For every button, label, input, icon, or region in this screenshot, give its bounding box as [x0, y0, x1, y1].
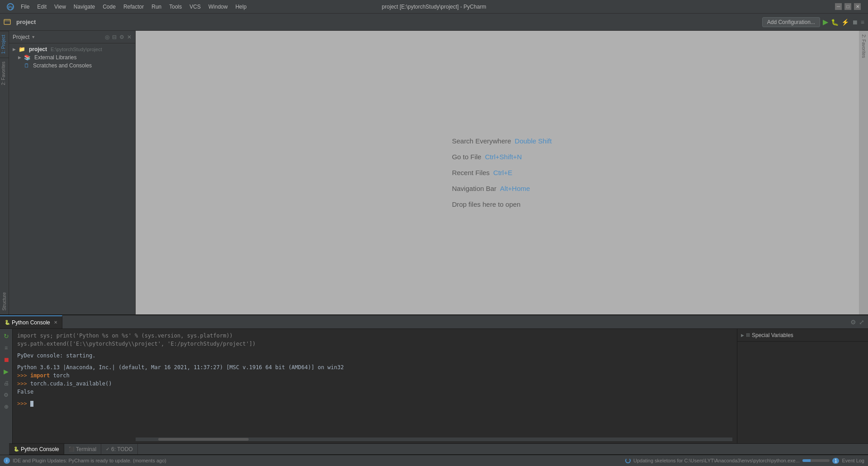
bottom-terminal-icon: ⬛ — [69, 447, 74, 452]
run-button[interactable]: ▶ — [823, 18, 828, 26]
hint-gotofile-text: Go to File — [452, 153, 481, 161]
tree-path-label: E:\pytorchStudy\project — [51, 47, 102, 52]
bottom-todo-label: 6: TODO — [111, 446, 133, 452]
console-settings-icon[interactable]: ⚙ — [850, 319, 856, 326]
project-dropdown-icon: ▼ — [31, 35, 35, 39]
menu-code[interactable]: Code — [99, 2, 119, 11]
console-line-3 — [17, 348, 732, 352]
minimize-button[interactable]: ─ — [835, 3, 842, 10]
tree-item-project[interactable]: ▶ 📁 project E:\pytorchStudy\project — [9, 45, 135, 53]
hint-recentfiles-text: Recent Files — [452, 169, 490, 176]
console-tab-label: Python Console — [12, 319, 50, 326]
menu-run[interactable]: Run — [148, 2, 165, 11]
console-tab-python[interactable]: 🐍 Python Console ✕ — [0, 315, 62, 328]
maximize-button[interactable]: □ — [844, 3, 851, 10]
hint-navbar-shortcut: Alt+Home — [500, 185, 530, 192]
menu-refactor[interactable]: Refactor — [120, 2, 147, 11]
panel-settings-button[interactable]: ⚙ — [119, 34, 124, 40]
editor-hints: Search Everywhere Double Shift Go to Fil… — [452, 137, 552, 208]
close-button[interactable]: ✕ — [854, 3, 861, 10]
tree-label-project: project — [29, 46, 47, 52]
menu-tools[interactable]: Tools — [165, 2, 185, 11]
bottom-terminal-label: Terminal — [76, 446, 96, 452]
console-line-pydev: PyDev console: starting. — [17, 352, 732, 360]
menu-help[interactable]: Help — [232, 2, 250, 11]
hint-dropfiles-text: Drop files here to open — [452, 200, 521, 208]
project-panel-title[interactable]: Project ▼ — [13, 34, 35, 40]
bottom-python-icon: 🐍 — [14, 447, 19, 452]
console-line-1: import sys; print('Python %s on %s' % (s… — [17, 332, 732, 340]
project-title-label: Project — [13, 34, 29, 40]
menu-file[interactable]: File — [17, 2, 33, 11]
console-line-2: sys.path.extend(['E:\\pytorchStudy\\proj… — [17, 340, 732, 348]
folder-icon: 📁 — [19, 46, 25, 52]
console-print-button[interactable]: 🖨 — [2, 379, 11, 388]
stop-button[interactable]: ⏹ — [852, 19, 858, 26]
bottom-todo-icon: ✓ — [106, 447, 109, 452]
status-update-icon: i — [4, 457, 10, 464]
left-tab-structure[interactable]: Structure — [0, 89, 9, 315]
menu-navigate[interactable]: Navigate — [70, 2, 99, 11]
console-list-button[interactable]: ≡ — [2, 343, 11, 352]
debug-button[interactable]: 🐛 — [831, 19, 839, 26]
console-line-blank — [17, 360, 732, 363]
project-icon — [4, 18, 12, 26]
event-log-label[interactable]: Event Log — [842, 458, 864, 463]
special-vars-header[interactable]: ▶ ⊞ Special Variables — [737, 329, 868, 342]
tree-label-scratches: Scratches and Consoles — [33, 62, 92, 69]
panel-collapse-button[interactable]: ⊟ — [112, 34, 117, 40]
sv-expand-icon: ▶ — [741, 333, 744, 338]
coverage-button[interactable]: ⚡ — [841, 19, 849, 26]
menu-window[interactable]: Window — [205, 2, 231, 11]
console-line-import: >>> import torch — [17, 371, 732, 380]
panel-locate-button[interactable]: ◎ — [105, 34, 109, 40]
console-expand-icon[interactable]: ⤢ — [859, 319, 864, 326]
console-settings2-button[interactable]: ⚙ — [2, 390, 11, 399]
left-tab-project[interactable]: 1: Project — [0, 31, 9, 57]
console-line-blank2 — [17, 396, 732, 399]
bottom-tab-python-console[interactable]: 🐍 Python Console — [9, 444, 64, 454]
tree-label-ext-libs: External Libraries — [34, 54, 76, 61]
console-tab-close[interactable]: ✕ — [54, 320, 57, 325]
more-actions-button[interactable]: ≡ — [861, 19, 864, 26]
bottom-tab-terminal[interactable]: ⬛ Terminal — [64, 444, 101, 454]
hint-recentfiles-shortcut: Ctrl+E — [493, 169, 512, 176]
app-icon: Py — [6, 3, 14, 11]
project-name-label: project — [16, 19, 36, 25]
console-line-python-info: Python 3.6.13 |Anaconda, Inc.| (default,… — [17, 363, 732, 371]
bottom-tab-todo[interactable]: ✓ 6: TODO — [101, 444, 138, 454]
left-tab-favorites[interactable]: 2: Favorites — [0, 57, 9, 89]
tree-item-scratches[interactable]: ▶ 🗒 Scratches and Consoles — [9, 62, 135, 70]
tree-expand-project: ▶ — [13, 47, 16, 52]
menu-vcs[interactable]: VCS — [186, 2, 204, 11]
sv-label: Special Variables — [752, 332, 793, 338]
python-console-icon: 🐍 — [5, 320, 10, 325]
progress-bar — [802, 459, 830, 462]
svg-rect-3 — [4, 19, 10, 24]
right-tab-favorites[interactable]: 2: Favorites — [860, 31, 867, 62]
console-line-false: False — [17, 388, 732, 396]
menu-view[interactable]: View — [51, 2, 70, 11]
hint-search-shortcut: Double Shift — [515, 137, 552, 145]
console-more-button[interactable]: ⊕ — [2, 402, 11, 411]
sv-grid-icon: ⊞ — [746, 332, 750, 338]
svg-text:Py: Py — [8, 5, 13, 10]
console-prompt[interactable]: >>> — [17, 399, 732, 408]
console-reload-button[interactable]: ↻ — [2, 332, 11, 341]
panel-close-button[interactable]: ✕ — [127, 34, 132, 40]
event-log-badge: 1 — [832, 458, 840, 464]
add-configuration-button[interactable]: Add Configuration... — [762, 17, 820, 27]
console-run-button[interactable]: ▶ — [2, 367, 11, 376]
tree-item-ext-libs[interactable]: ▶ 📚 External Libraries — [9, 53, 135, 62]
hint-gotofile-shortcut: Ctrl+Shift+N — [485, 153, 522, 161]
loading-spinner — [625, 458, 631, 463]
window-title: project [E:\pytorchStudy\project] - PyCh… — [382, 4, 486, 10]
bottom-python-label: Python Console — [21, 446, 59, 452]
hint-search-text: Search Everywhere — [452, 137, 511, 145]
status-left-text: IDE and Plugin Updates: PyCharm is ready… — [13, 458, 166, 463]
scratches-icon: 🗒 — [24, 62, 29, 69]
menu-edit[interactable]: Edit — [33, 2, 50, 11]
status-right-text: Updating skeletons for C:\Users\LYT\Anac… — [633, 458, 800, 463]
console-stop-button[interactable]: ⏹ — [2, 355, 11, 364]
tree-expand-ext: ▶ — [18, 55, 21, 60]
